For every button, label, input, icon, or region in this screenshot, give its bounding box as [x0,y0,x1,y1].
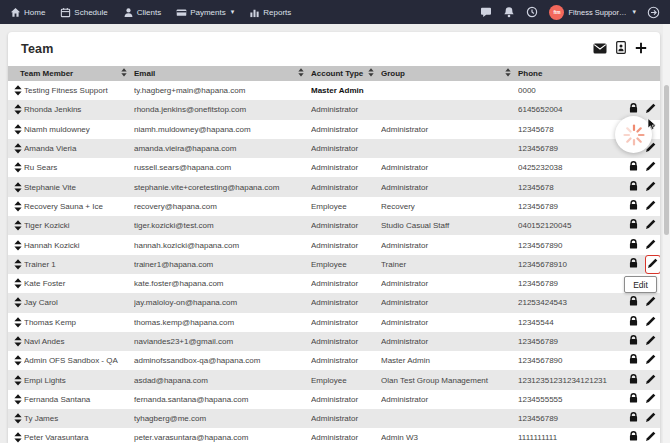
drag-handle-icon[interactable] [12,413,24,424]
nav-reports[interactable]: Reports [249,7,291,18]
team-member-email: tyhagberg@me.com [134,414,311,423]
edit-button[interactable] [645,180,657,195]
account-type: Employee [311,202,381,211]
edit-button[interactable] [645,199,657,214]
lock-button[interactable] [628,334,639,349]
chat-icon[interactable] [480,6,492,18]
team-member-name: Testing Fitness Support [24,86,134,95]
phone: 123456789 [518,337,628,346]
edit-button[interactable] [645,160,657,175]
team-member-name: Kate Foster [24,279,134,288]
drag-handle-icon[interactable] [12,297,24,308]
pencil-icon [645,295,657,310]
circle-arrow-icon[interactable] [647,6,660,19]
team-member-name: Recovery Sauna + Ice [24,202,134,211]
drag-handle-icon[interactable] [12,85,24,96]
edit-button[interactable] [645,430,657,443]
edit-button[interactable] [645,218,657,233]
row-actions [628,218,660,233]
lock-button[interactable] [628,218,639,233]
drag-handle-icon[interactable] [12,278,24,289]
drag-handle-icon[interactable] [12,162,24,173]
drag-handle-icon[interactable] [12,259,24,270]
drag-handle-icon[interactable] [12,124,24,135]
lock-button[interactable] [628,180,639,195]
phone: 1234567890 [518,356,628,365]
export-team-button[interactable] [616,41,626,57]
lock-button[interactable] [628,238,639,253]
table-row: Ty James tyhagberg@me.com Administrator … [8,409,660,428]
scrollbar-thumb[interactable] [664,85,669,235]
drag-handle-icon[interactable] [12,317,24,328]
lock-button[interactable] [628,315,639,330]
lock-button[interactable] [628,199,639,214]
phone: 040152120045 [518,221,628,230]
lock-icon [628,257,639,272]
team-member-name: Navi Andes [24,337,134,346]
drag-handle-icon[interactable] [12,143,24,154]
account-type: Employee [311,260,381,269]
lock-button[interactable] [628,160,639,175]
clock-icon[interactable] [526,6,538,18]
lock-button[interactable] [628,430,639,443]
drag-handle-icon[interactable] [12,220,24,231]
drag-handle-icon[interactable] [12,182,24,193]
lock-icon [628,218,639,233]
column-header-group[interactable]: Group [381,66,518,81]
column-header-phone[interactable]: Phone [518,66,628,81]
row-actions [628,373,660,388]
lock-button[interactable] [628,373,639,388]
team-member-name: Thomas Kemp [24,318,134,327]
column-header-email[interactable]: Email [134,66,311,81]
edit-button[interactable] [645,334,657,349]
edit-button[interactable] [645,392,657,407]
page-title: Team [21,42,54,56]
chevron-down-icon: ▾ [632,8,636,16]
nav-payments[interactable]: Payments ▾ [176,7,234,18]
email-team-button[interactable] [593,42,607,57]
column-header-team-member[interactable]: Team Member [12,66,134,81]
card-header: Team [8,32,660,66]
group: Administrator [381,163,518,172]
nav-home[interactable]: Home [10,7,45,18]
group: Administrator [381,183,518,192]
table-row: Ru Sears russell.sears@hapana.com Admini… [8,158,660,177]
nav-clients[interactable]: Clients [123,7,161,18]
drag-handle-icon[interactable] [12,104,24,115]
drag-handle-icon[interactable] [12,201,24,212]
add-team-member-button[interactable] [635,42,647,57]
drag-handle-icon[interactable] [12,240,24,251]
edit-button[interactable] [645,295,657,310]
edit-button[interactable] [645,238,657,253]
drag-handle-icon[interactable] [12,394,24,405]
drag-handle-icon[interactable] [12,355,24,366]
lock-button[interactable] [628,353,639,368]
lock-button[interactable] [628,411,639,426]
phone: 21253424543 [518,298,628,307]
column-header-account-type[interactable]: Account Type [311,66,381,81]
edit-button[interactable] [645,373,657,388]
table-row: Trainer 1 trainer1@hapana.com Employee T… [8,255,660,274]
edit-button[interactable] [645,255,660,274]
row-actions [628,353,660,368]
pencil-icon [645,334,657,349]
bell-icon[interactable] [503,6,515,18]
lock-button[interactable] [628,295,639,310]
edit-button[interactable] [645,353,657,368]
lock-button[interactable] [628,392,639,407]
team-member-name: Tiger Kozicki [24,221,134,230]
lock-icon [628,238,639,253]
edit-button[interactable] [645,315,657,330]
edit-button[interactable] [645,411,657,426]
card-toolbar [593,41,647,57]
nav-schedule[interactable]: Schedule [60,7,107,18]
table-row: Stephanie Vite stephanie.vite+coretestin… [8,177,660,196]
drag-handle-icon[interactable] [12,336,24,347]
edit-button[interactable] [645,102,657,117]
team-member-name: Fernanda Santana [24,395,134,404]
drag-handle-icon[interactable] [12,375,24,386]
drag-handle-icon[interactable] [12,432,24,443]
lock-button[interactable] [628,257,639,272]
user-menu[interactable]: ftm Fitness Support... ▾ [549,5,636,20]
pencil-icon [645,315,657,330]
